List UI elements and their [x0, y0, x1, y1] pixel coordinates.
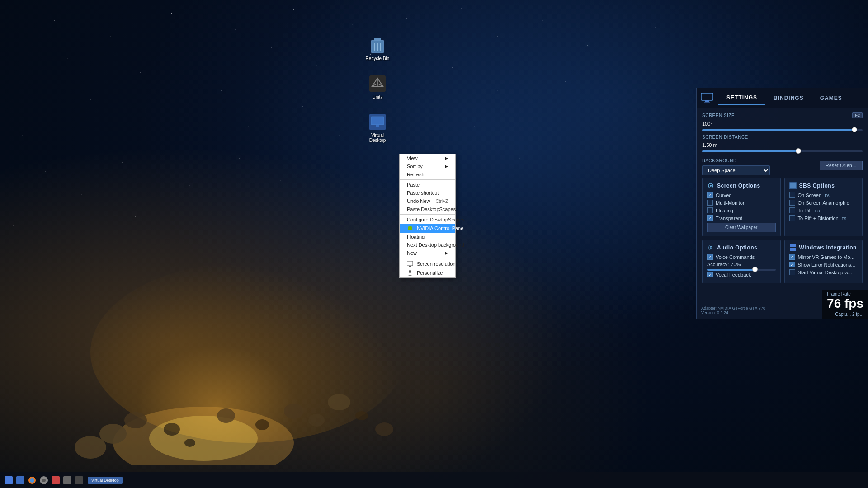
- context-menu-screen-resolution[interactable]: Screen resolution: [400, 259, 455, 268]
- context-menu-refresh[interactable]: Refresh: [400, 170, 455, 178]
- voice-commands-label: Voice Commands: [716, 254, 755, 260]
- accuracy-label: Accuracy:: [707, 262, 729, 267]
- sbs-options-box: SBS Options On Screen F6 On Screen Anamo…: [784, 178, 863, 236]
- recycle-bin-label: Recycle Bin: [366, 56, 390, 61]
- background-left: Background Deep Space Void Custom: [702, 156, 770, 175]
- background-dropdown[interactable]: Deep Space Void Custom: [702, 165, 770, 175]
- settings-content: Screen Size F2 100° Screen Distance 1.50…: [697, 108, 868, 291]
- screen-size-value-row: 100°: [702, 121, 863, 127]
- on-screen-checkbox[interactable]: [789, 192, 795, 198]
- context-menu-paste-desktopscapes[interactable]: Paste DesktopScapes: [400, 205, 455, 213]
- virtual-desktop-icon[interactable]: Virtual Desktop: [362, 113, 393, 143]
- audio-options-title: Audio Options: [717, 244, 757, 251]
- start-virtual-label: Start Virtual Desktop w...: [798, 270, 852, 275]
- context-menu-divider-1: [400, 179, 455, 180]
- screen-options-icon: [707, 182, 714, 189]
- show-error-label: Show Error Notifications...: [798, 262, 855, 267]
- context-menu-sort-by[interactable]: Sort by ▶: [400, 162, 455, 170]
- to-rift-distortion-checkbox[interactable]: [789, 215, 795, 221]
- floating-checkbox[interactable]: [707, 207, 713, 213]
- context-menu-paste-shortcut[interactable]: Paste shortcut: [400, 189, 455, 197]
- asteroid-glow: [90, 262, 407, 443]
- start-virtual-checkbox[interactable]: [789, 269, 795, 275]
- taskbar-icon-4[interactable]: [39, 475, 49, 485]
- svg-rect-54: [374, 38, 381, 41]
- to-rift-checkbox[interactable]: [789, 207, 795, 213]
- taskbar-virtual-desktop[interactable]: Virtual Desktop: [88, 477, 123, 484]
- to-rift-distortion-row: To Rift + Distortion F9: [789, 215, 858, 221]
- reset-orientation-button[interactable]: Reset Orien...: [820, 161, 863, 170]
- curved-row: Curved: [707, 192, 776, 198]
- on-screen-anamorphic-row: On Screen Anamorphic: [789, 200, 858, 206]
- to-rift-distortion-label: To Rift + Distortion F9: [798, 216, 847, 221]
- screen-distance-slider[interactable]: [702, 150, 863, 152]
- context-menu-next-bg[interactable]: Next Desktop background: [400, 241, 455, 249]
- desktop-icons-container: Recycle Bin Unity Virtual Desktop: [362, 36, 393, 143]
- fps-value: 76 fps: [827, 296, 863, 311]
- screen-size-slider-thumb[interactable]: [852, 127, 857, 132]
- context-menu-view[interactable]: View ▶: [400, 154, 455, 162]
- multi-monitor-checkbox[interactable]: [707, 200, 713, 206]
- unity-svg: [369, 75, 386, 92]
- show-error-checkbox[interactable]: [789, 262, 795, 267]
- windows-icon: [789, 244, 797, 251]
- taskbar-icon-1[interactable]: [4, 475, 14, 485]
- to-rift-label: To Rift F8: [798, 208, 820, 213]
- svg-point-69: [409, 270, 411, 273]
- screen-size-slider[interactable]: [702, 129, 863, 131]
- curved-checkbox[interactable]: [707, 192, 713, 198]
- screen-size-slider-fill: [702, 129, 854, 131]
- svg-rect-71: [705, 100, 709, 102]
- unity-icon[interactable]: Unity: [362, 75, 393, 99]
- context-menu-undo-new[interactable]: Undo New Ctrl+Z: [400, 197, 455, 205]
- adapter-info: Adapter: NVIDIA GeForce GTX 770 Version:…: [701, 306, 765, 315]
- context-menu-nvidia[interactable]: NVIDIA Control Panel: [400, 224, 455, 233]
- accuracy-thumb[interactable]: [752, 267, 758, 272]
- recycle-bin-icon[interactable]: Recycle Bin: [362, 36, 393, 61]
- taskbar: Virtual Desktop: [0, 472, 868, 488]
- vocal-feedback-checkbox[interactable]: [707, 272, 713, 277]
- svg-rect-70: [701, 93, 713, 100]
- taskbar-icon-7[interactable]: [74, 475, 84, 485]
- transparent-checkbox[interactable]: [707, 215, 713, 221]
- tab-bindings[interactable]: BINDINGS: [765, 91, 812, 105]
- svg-rect-65: [376, 125, 379, 127]
- svg-point-74: [710, 185, 712, 187]
- floating-row: Floating: [707, 207, 776, 213]
- panel-tabs: SETTINGS BINDINGS GAMES: [697, 88, 868, 108]
- screen-distance-slider-thumb[interactable]: [796, 148, 801, 154]
- context-menu-personalize[interactable]: Personalize: [400, 268, 455, 277]
- audio-options-box: Audio Options Voice Commands Accuracy: 7…: [702, 240, 781, 283]
- virtual-desktop-label: Virtual Desktop: [369, 133, 386, 143]
- to-rift-row: To Rift F8: [789, 207, 858, 213]
- adapter-label: Adapter:: [701, 306, 718, 310]
- svg-rect-64: [371, 117, 384, 125]
- screen-options-title: Screen Options: [717, 183, 760, 189]
- voice-commands-checkbox[interactable]: [707, 254, 713, 260]
- screen-distance-slider-fill: [702, 150, 798, 152]
- transparent-row: Transparent: [707, 215, 776, 221]
- taskbar-icon-5[interactable]: [51, 475, 61, 485]
- context-menu-new[interactable]: New ▶: [400, 249, 455, 257]
- clear-wallpaper-button[interactable]: Clear Wallpaper: [707, 223, 776, 232]
- context-menu-floating[interactable]: Floating: [400, 233, 455, 241]
- version-label: Version:: [701, 310, 717, 315]
- context-menu-paste[interactable]: Paste: [400, 181, 455, 189]
- taskbar-icon-2[interactable]: [15, 475, 25, 485]
- accuracy-slider[interactable]: [707, 269, 776, 271]
- monitor-icon: [701, 93, 714, 103]
- tab-games[interactable]: GAMES: [812, 91, 850, 105]
- sbs-icon: [789, 182, 797, 189]
- svg-rect-81: [793, 248, 796, 251]
- svg-rect-67: [407, 261, 413, 266]
- tab-settings[interactable]: SETTINGS: [718, 91, 765, 105]
- mirror-vr-checkbox[interactable]: [789, 254, 795, 260]
- taskbar-icon-3[interactable]: [27, 475, 37, 485]
- version-value: 0.9.24: [717, 310, 728, 315]
- options-two-col: Screen Options Curved Multi-Monitor Floa…: [702, 178, 863, 240]
- taskbar-icon-6[interactable]: [62, 475, 72, 485]
- background-row: Background Deep Space Void Custom Reset …: [702, 156, 863, 175]
- context-menu-configure-desktopscapes[interactable]: Configure DesktopScapes: [400, 216, 455, 224]
- svg-rect-76: [793, 183, 796, 188]
- on-screen-anamorphic-checkbox[interactable]: [789, 200, 795, 206]
